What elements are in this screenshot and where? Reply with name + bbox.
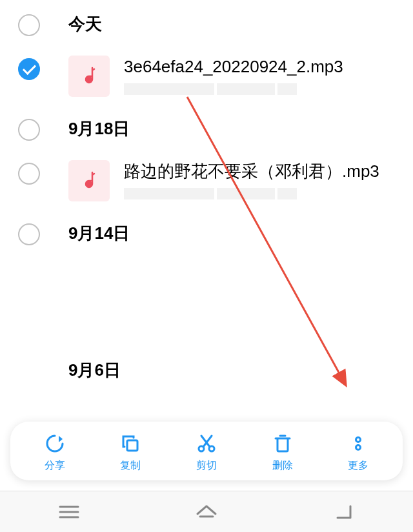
share-button[interactable]: 分享 xyxy=(17,432,93,473)
file-meta xyxy=(124,188,395,200)
back-icon xyxy=(331,502,357,522)
toolbar-label: 分享 xyxy=(45,459,65,473)
file-list: 今天 3e64efa24_20220924_2.mp3 9月18日 xyxy=(0,0,413,393)
more-icon xyxy=(347,432,370,455)
svg-point-0 xyxy=(86,76,92,83)
copy-button[interactable]: 复制 xyxy=(93,432,169,473)
checkbox-sep14[interactable] xyxy=(18,223,40,245)
file-meta xyxy=(124,83,395,95)
checkbox-sep18[interactable] xyxy=(18,119,40,141)
music-file-icon xyxy=(68,56,110,97)
home-icon xyxy=(194,502,219,522)
checkbox-today[interactable] xyxy=(18,14,40,36)
svg-rect-2 xyxy=(127,440,137,451)
svg-point-6 xyxy=(356,445,361,450)
checkbox-file[interactable] xyxy=(18,163,40,185)
music-file-icon xyxy=(68,160,110,201)
toolbar-label: 删除 xyxy=(272,459,293,473)
file-name: 3e64efa24_20220924_2.mp3 xyxy=(124,56,395,78)
checkbox-file[interactable] xyxy=(18,58,40,80)
section-header-sep14[interactable]: 9月14日 xyxy=(0,209,413,257)
delete-icon xyxy=(271,432,294,455)
share-icon xyxy=(43,432,66,455)
cut-icon xyxy=(195,432,218,455)
action-toolbar: 分享 复制 剪切 删除 xyxy=(10,422,403,480)
file-details: 3e64efa24_20220924_2.mp3 xyxy=(124,56,395,95)
file-details: 路边的野花不要采（邓利君）.mp3 xyxy=(124,160,395,200)
section-label: 今天 xyxy=(68,13,102,36)
file-item[interactable]: 路边的野花不要采（邓利君）.mp3 xyxy=(0,152,413,209)
toolbar-label: 剪切 xyxy=(196,459,217,473)
nav-menu-button[interactable] xyxy=(43,499,95,525)
svg-point-1 xyxy=(86,181,92,187)
section-label: 9月18日 xyxy=(68,118,130,140)
section-header-today[interactable]: 今天 xyxy=(0,0,413,48)
section-label: 9月14日 xyxy=(68,222,130,245)
toolbar-label: 更多 xyxy=(348,459,368,473)
svg-point-5 xyxy=(356,438,361,442)
menu-icon xyxy=(56,502,82,522)
delete-button[interactable]: 删除 xyxy=(245,432,321,473)
more-button[interactable]: 更多 xyxy=(320,432,396,473)
file-item[interactable]: 3e64efa24_20220924_2.mp3 xyxy=(0,48,413,105)
toolbar-label: 复制 xyxy=(120,459,141,473)
section-label: 9月6日 xyxy=(68,359,121,382)
cut-button[interactable]: 剪切 xyxy=(168,432,245,473)
copy-icon xyxy=(119,432,142,455)
nav-home-button[interactable] xyxy=(181,499,232,525)
section-header-sep18[interactable]: 9月18日 xyxy=(0,105,413,152)
navigation-bar xyxy=(0,491,413,532)
nav-back-button[interactable] xyxy=(318,499,370,525)
section-header-sep6[interactable]: 9月6日 xyxy=(0,354,413,393)
file-name: 路边的野花不要采（邓利君）.mp3 xyxy=(124,160,395,183)
